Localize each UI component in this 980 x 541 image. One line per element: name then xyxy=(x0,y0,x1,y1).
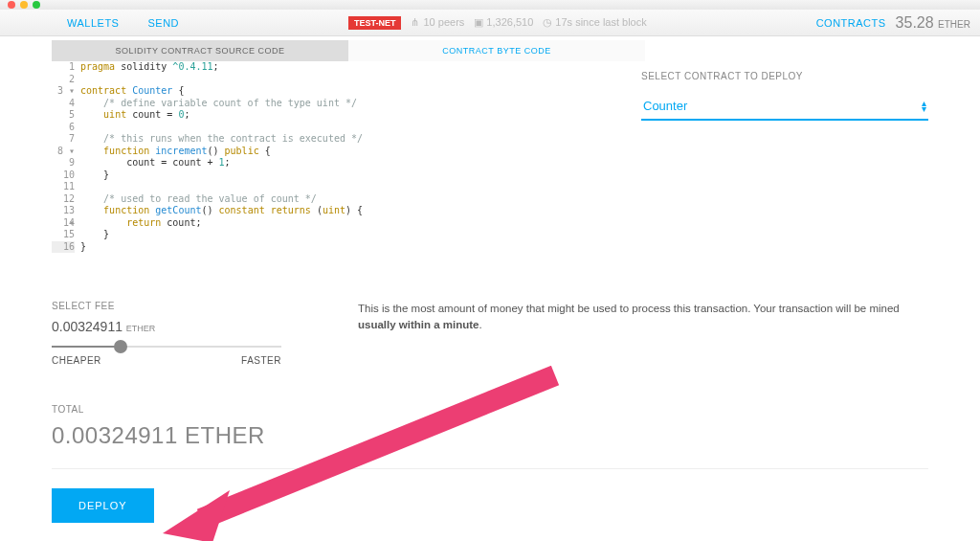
contract-selector[interactable]: Counter ▴▾ xyxy=(641,93,928,121)
nav-contracts[interactable]: CONTRACTS xyxy=(816,17,886,29)
stat-block: ▣ 1,326,510 xyxy=(474,16,533,29)
clock-icon: ◷ xyxy=(543,16,552,29)
peers-icon: ⋔ xyxy=(411,16,420,29)
code-tabs: SOLIDITY CONTRACT SOURCE CODE CONTRACT B… xyxy=(52,40,645,61)
total-amount: 0.00324911 ETHER xyxy=(52,422,928,449)
tab-byte-code[interactable]: CONTRACT BYTE CODE xyxy=(348,40,645,61)
slider-thumb[interactable] xyxy=(114,340,127,353)
close-dot[interactable] xyxy=(8,1,15,9)
divider xyxy=(52,468,928,469)
fee-amount: 0.00324911 ETHER xyxy=(52,319,301,334)
select-contract-label: SELECT CONTRACT TO DEPLOY xyxy=(641,71,928,81)
code-editor[interactable]: 123 ▾45678 ▾910111213 ▾141516 pragma sol… xyxy=(52,61,603,253)
contract-selector-value: Counter xyxy=(643,99,687,113)
total-label: TOTAL xyxy=(52,404,928,415)
line-gutter: 123 ▾45678 ▾910111213 ▾141516 xyxy=(52,61,80,253)
slider-label-faster: FASTER xyxy=(241,355,281,366)
testnet-badge: TEST-NET xyxy=(348,16,402,30)
tab-source-code[interactable]: SOLIDITY CONTRACT SOURCE CODE xyxy=(52,40,348,61)
annotation-arrow xyxy=(153,366,574,541)
block-icon: ▣ xyxy=(474,16,483,29)
fee-description: This is the most amount of money that mi… xyxy=(358,301,928,366)
code-content[interactable]: pragma solidity ^0.4.11; contract Counte… xyxy=(80,61,603,253)
balance-display: 35.28 ETHER xyxy=(896,14,970,32)
chevron-updown-icon: ▴▾ xyxy=(922,101,926,112)
stat-peers: ⋔ 10 peers xyxy=(411,16,464,29)
stat-time: ◷ 17s since last block xyxy=(543,16,646,29)
slider-label-cheaper: CHEAPER xyxy=(52,355,101,366)
zoom-dot[interactable] xyxy=(33,1,40,9)
top-navigation: WALLETS SEND TEST-NET ⋔ 10 peers ▣ 1,326… xyxy=(0,10,980,36)
select-fee-label: SELECT FEE xyxy=(52,301,301,311)
deploy-button[interactable]: DEPLOY xyxy=(52,488,154,523)
deploy-panel: SELECT CONTRACT TO DEPLOY Counter ▴▾ xyxy=(641,61,928,253)
nav-send[interactable]: SEND xyxy=(147,17,179,29)
minimize-dot[interactable] xyxy=(20,1,28,9)
window-chrome xyxy=(0,0,980,10)
svg-marker-0 xyxy=(163,490,230,541)
nav-wallets[interactable]: WALLETS xyxy=(67,17,119,29)
fee-slider[interactable]: CHEAPER FASTER xyxy=(52,346,301,366)
